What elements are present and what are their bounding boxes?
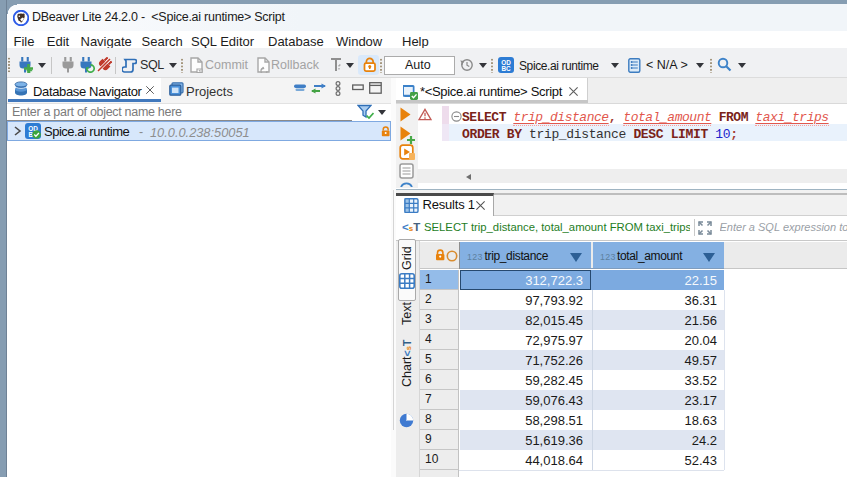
svg-text:BC: BC [501,65,511,72]
